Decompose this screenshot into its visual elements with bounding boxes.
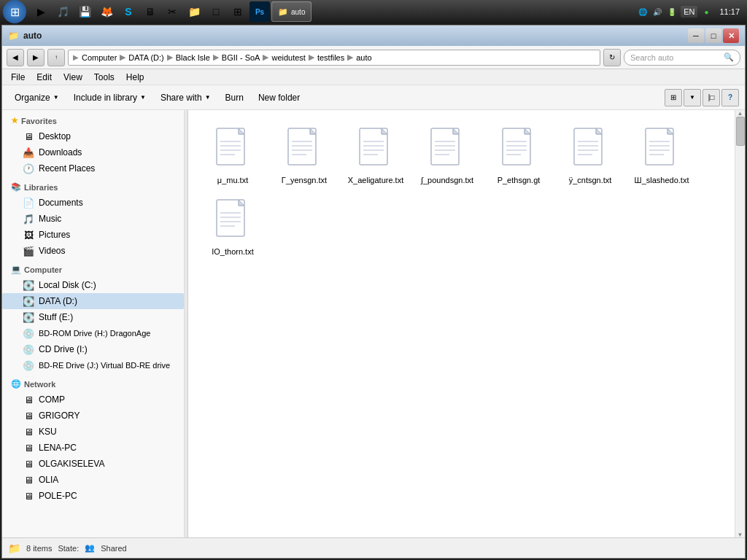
file-item[interactable]: P_ethsgn.gt [486,122,551,187]
path-computer[interactable]: Computer [82,53,117,62]
new-folder-label: New folder [258,93,300,103]
taskbar-media-btn[interactable]: ▶ [31,1,51,22]
title-bar-text: 📁 auto [8,31,688,41]
address-path[interactable]: ▶ Computer ▶ DATA (D:) ▶ Black Isle ▶ BG… [68,50,600,66]
sidebar-item-pole-pc[interactable]: 🖥 POLE-PC [2,488,184,504]
tray-green: ● [700,6,712,18]
pictures-label: Pictures [39,230,70,240]
sidebar-item-recent[interactable]: 🕐 Recent Places [2,160,184,176]
scroll-down-button[interactable]: ▼ [735,532,745,537]
taskbar-firefox-btn[interactable]: 🦊 [96,1,117,22]
libraries-header[interactable]: 📚 Libraries [2,179,184,195]
path-blackisle[interactable]: Black Isle [176,53,210,62]
back-button[interactable]: ◀ [7,49,24,66]
menu-tools[interactable]: Tools [88,71,120,84]
computer-header[interactable]: 💻 Computer [2,262,184,277]
sidebar-item-olgakiseleva[interactable]: 🖥 OLGAKISELEVA [2,456,184,472]
sidebar-item-comp[interactable]: 🖥 COMP [2,392,184,408]
up-button[interactable]: ↑ [47,49,65,66]
sidebar-item-bdre-j[interactable]: 💿 BD-RE Drive (J:) Virtual BD-RE drive [2,357,184,373]
file-item[interactable]: ÿ_cntsgn.txt [557,122,623,187]
scrollbar[interactable]: ▲ ▼ [735,110,745,537]
search-box[interactable]: Search auto 🔍 [624,50,740,66]
taskbar-ps-btn[interactable]: Ps [249,1,270,22]
file-item[interactable]: μ_mu.txt [200,122,266,187]
file-item[interactable]: Χ_aeligature.txt [343,122,409,187]
path-auto[interactable]: auto [356,53,371,62]
sidebar-item-data-d[interactable]: 💽 DATA (D:) [2,293,184,309]
file-item[interactable]: ∫_poundsgn.txt [414,122,480,187]
view-preview-button[interactable]: |□ [703,89,720,106]
sidebar-item-olia[interactable]: 🖥 OLIA [2,472,184,488]
start-button[interactable]: ⊞ [3,0,26,23]
favorites-header[interactable]: ★ Favorites [2,113,184,128]
sidebar-item-ksu[interactable]: 🖥 KSU [2,424,184,440]
refresh-button[interactable]: ↻ [603,49,621,66]
file-item[interactable]: Ш_slashedo.txt [629,122,694,187]
close-button[interactable]: ✕ [723,28,739,43]
view-dropdown-button[interactable]: ▼ [684,89,701,106]
bdre-j-label: BD-RE Drive (J:) Virtual BD-RE drive [39,361,170,370]
path-bgii[interactable]: BGII - SoA [222,53,260,62]
sidebar-item-documents[interactable]: 📄 Documents [2,195,184,211]
libraries-label: Libraries [24,183,58,192]
scroll-thumb[interactable] [736,117,745,146]
menu-file[interactable]: File [5,71,31,84]
sidebar-item-music[interactable]: 🎵 Music [2,211,184,227]
sidebar-item-bdrom-h[interactable]: 💿 BD-ROM Drive (H:) DragonAge [2,325,184,341]
new-folder-button[interactable]: New folder [252,88,306,108]
path-data[interactable]: DATA (D:) [128,53,163,62]
taskbar-note-btn[interactable]: 🎵 [53,1,73,22]
taskbar-grid-btn[interactable]: ⊞ [228,1,248,22]
computer-icon: 💻 [11,265,21,274]
taskbar-folder-btn[interactable]: 📁 [184,1,204,22]
file-icon [282,125,326,176]
taskbar-monitor-btn[interactable]: 🖥 [140,1,160,22]
path-testfiles[interactable]: testfiles [317,53,344,62]
grigory-icon: 🖥 [23,410,34,421]
view-icons-button[interactable]: ⊞ [665,89,682,106]
menu-edit[interactable]: Edit [31,71,58,84]
downloads-label: Downloads [39,147,82,158]
sidebar-item-cd-i[interactable]: 💿 CD Drive (I:) [2,341,184,357]
taskbar-square-btn[interactable]: □ [206,1,226,22]
sidebar-item-pictures[interactable]: 🖼 Pictures [2,227,184,243]
sidebar-item-stuff-e[interactable]: 💽 Stuff (E:) [2,309,184,325]
sidebar: ★ Favorites 🖥 Desktop 📥 Downloads 🕐 Rece… [2,110,185,537]
taskbar-skype-btn[interactable]: S [118,1,139,22]
sidebar-item-videos[interactable]: 🎬 Videos [2,243,184,259]
sidebar-item-downloads[interactable]: 📥 Downloads [2,144,184,160]
path-arrow: ▶ [73,53,79,61]
menu-view[interactable]: View [58,71,88,84]
organize-button[interactable]: Organize ▼ [8,88,66,108]
view-help-button[interactable]: ? [721,89,739,106]
network-header[interactable]: 🌐 Network [2,376,184,392]
burn-button[interactable]: Burn [219,88,250,108]
taskbar-scissors-btn[interactable]: ✂ [162,1,182,22]
pictures-icon: 🖼 [23,229,34,241]
maximize-button[interactable]: □ [705,28,721,43]
share-with-button[interactable]: Share with ▼ [154,88,217,108]
txt-file-svg [356,127,396,174]
menu-help[interactable]: Help [120,71,150,84]
favorites-star-icon: ★ [11,116,18,125]
path-sep-2: ▶ [167,52,173,62]
sidebar-item-grigory[interactable]: 🖥 GRIGORY [2,408,184,424]
sidebar-item-local-c[interactable]: 💽 Local Disk (C:) [2,277,184,293]
path-weidutest[interactable]: weidutest [271,53,305,62]
organize-arrow: ▼ [53,94,59,101]
file-item[interactable]: ΙΟ_thorn.txt [200,193,266,259]
comp-icon: 🖥 [23,394,34,405]
file-item[interactable]: Γ_yensgn.txt [271,122,337,187]
taskbar-explorer-btn[interactable]: 📁auto [271,1,311,22]
taskbar-save-btn[interactable]: 💾 [74,1,95,22]
sidebar-item-lena-pc[interactable]: 🖥 LENA-PC [2,440,184,456]
forward-button[interactable]: ▶ [27,49,44,66]
favorites-section: ★ Favorites 🖥 Desktop 📥 Downloads 🕐 Rece… [2,113,184,176]
minimize-button[interactable]: ─ [688,28,704,43]
scroll-up-button[interactable]: ▲ [735,110,745,116]
include-library-button[interactable]: Include in library ▼ [67,88,152,108]
sidebar-item-desktop[interactable]: 🖥 Desktop [2,128,184,144]
txt-file-svg [499,127,539,174]
lang-indicator[interactable]: EN [681,6,697,18]
